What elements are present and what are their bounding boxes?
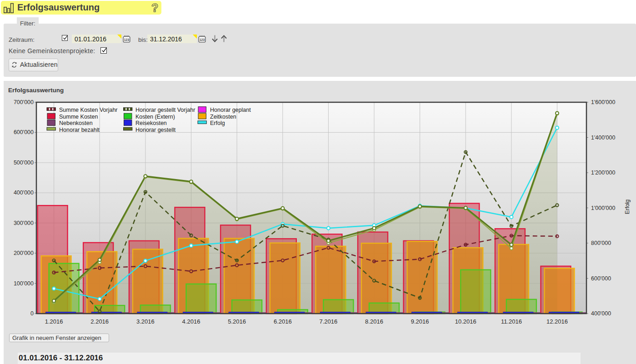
- svg-text:Honorar geplant: Honorar geplant: [210, 107, 251, 113]
- svg-text:800'000: 800'000: [591, 240, 611, 246]
- svg-text:12.2016: 12.2016: [546, 318, 568, 325]
- svg-text:Honorar bezahlt: Honorar bezahlt: [59, 127, 100, 133]
- svg-text:600'000: 600'000: [591, 275, 611, 282]
- svg-text:8.2016: 8.2016: [365, 318, 383, 325]
- svg-text:700'000: 700'000: [14, 99, 34, 105]
- svg-text:0: 0: [30, 310, 34, 317]
- svg-text:2.2016: 2.2016: [90, 318, 109, 325]
- svg-text:200'000: 200'000: [14, 250, 34, 256]
- svg-text:7.2016: 7.2016: [320, 318, 338, 325]
- svg-text:6.2016: 6.2016: [274, 318, 292, 325]
- svg-text:Summe Kosten Vorjahr: Summe Kosten Vorjahr: [59, 107, 118, 113]
- svg-text:Nebenkosten: Nebenkosten: [59, 120, 93, 126]
- svg-text:1'600'000: 1'600'000: [591, 99, 615, 105]
- svg-text:5.2016: 5.2016: [228, 318, 246, 325]
- svg-text:Reisekosten: Reisekosten: [135, 120, 167, 126]
- svg-text:Erfolg: Erfolg: [624, 199, 631, 214]
- svg-text:Erfolgsauswertung: Erfolgsauswertung: [8, 87, 64, 94]
- svg-text:400'000: 400'000: [14, 189, 34, 196]
- svg-text:1'200'000: 1'200'000: [591, 170, 615, 176]
- svg-text:300'000: 300'000: [14, 220, 34, 226]
- svg-text:Kosten (Extern): Kosten (Extern): [135, 114, 175, 120]
- svg-text:11.2016: 11.2016: [501, 318, 522, 325]
- svg-text:Summe Kosten: Summe Kosten: [59, 114, 98, 120]
- svg-text:123: 123: [200, 38, 205, 41]
- svg-text:100'000: 100'000: [14, 280, 34, 287]
- svg-text:9.2016: 9.2016: [411, 318, 429, 325]
- svg-text:400'000: 400'000: [591, 310, 611, 317]
- svg-text:1.2016: 1.2016: [45, 318, 63, 325]
- svg-text:500'000: 500'000: [14, 160, 34, 166]
- svg-text:Zeitkosten: Zeitkosten: [210, 114, 236, 120]
- svg-text:1'000'000: 1'000'000: [591, 205, 615, 211]
- svg-text:600'000: 600'000: [14, 129, 34, 135]
- svg-text:3.2016: 3.2016: [136, 318, 155, 325]
- svg-text:1'400'000: 1'400'000: [591, 135, 615, 141]
- svg-text:Erfolg: Erfolg: [210, 120, 225, 126]
- svg-text:Honorar gestellt Vorjahr: Honorar gestellt Vorjahr: [135, 107, 195, 113]
- svg-text:123: 123: [124, 38, 130, 41]
- svg-text:10.2016: 10.2016: [455, 318, 476, 325]
- svg-text:4.2016: 4.2016: [182, 318, 200, 325]
- svg-text:Honorar gestellt: Honorar gestellt: [135, 127, 176, 133]
